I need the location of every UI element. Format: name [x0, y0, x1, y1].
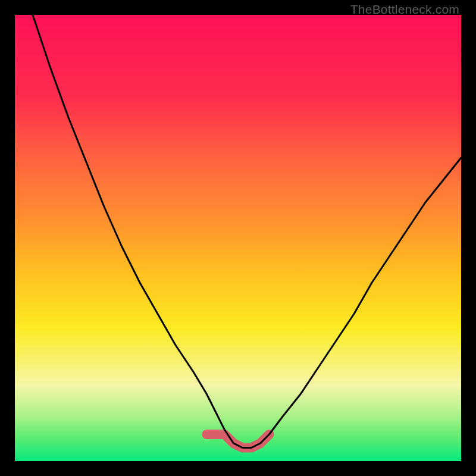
chart-frame: TheBottleneck.com — [0, 0, 476, 476]
curve-layer — [15, 15, 461, 461]
watermark-text: TheBottleneck.com — [350, 2, 459, 17]
bottleneck-curve — [33, 15, 461, 448]
plot-area — [15, 15, 461, 461]
